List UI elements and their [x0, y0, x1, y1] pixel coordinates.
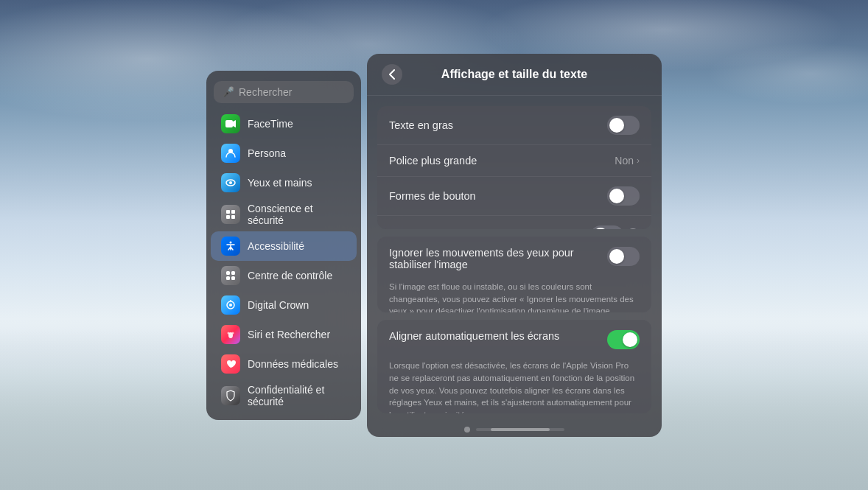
police-label: Police plus grande: [389, 155, 477, 167]
panel-header: Affichage et taille du texte: [367, 54, 662, 96]
police-value-text: Non: [615, 155, 634, 167]
panel-title: Affichage et taille du texte: [402, 68, 626, 81]
svg-point-4: [229, 181, 232, 184]
main-panel: Affichage et taille du texte Texte en gr…: [367, 54, 662, 437]
sidebar-item-label-digital-crown: Digital Crown: [248, 299, 309, 311]
texte-en-gras-toggle[interactable]: [607, 116, 640, 135]
text-display-group: Texte en gras Police plus grande Non › F…: [377, 106, 651, 230]
ui-container: 🎤 Rechercher FaceTime Persona Yeux et ma…: [0, 0, 868, 490]
svg-rect-7: [226, 215, 230, 219]
ignorer-knob: [609, 249, 624, 264]
sidebar-item-label-centre: Centre de contrôle: [248, 270, 332, 281]
search-placeholder: Rechercher: [239, 86, 292, 98]
texte-en-gras-label: Texte en gras: [389, 119, 453, 131]
svg-point-19: [232, 332, 234, 334]
etiquettes-label: Étiquettes Activé/Désactivé: [389, 229, 518, 230]
digital-crown-icon: [221, 295, 240, 315]
sidebar-item-conscience[interactable]: Conscience et sécurité: [211, 197, 357, 231]
accessibilite-icon: [221, 237, 240, 256]
police-chevron: ›: [637, 155, 640, 166]
persona-icon: [221, 144, 240, 163]
etiquettes-toggle-wrap: [591, 225, 640, 230]
aligner-block: Aligner automatiquement les écrans Lorsq…: [377, 320, 651, 413]
scroll-dot: [464, 427, 470, 433]
sidebar-item-digital-crown[interactable]: Digital Crown: [211, 290, 357, 320]
sidebar-item-yeux[interactable]: Yeux et mains: [211, 168, 357, 197]
police-value: Non ›: [615, 155, 640, 167]
svg-marker-1: [233, 120, 236, 127]
sidebar-item-label-yeux: Yeux et mains: [248, 177, 312, 189]
texte-en-gras-row: Texte en gras: [377, 106, 651, 145]
panel-content: Texte en gras Police plus grande Non › F…: [367, 96, 662, 421]
ignorer-row: Ignorer les mouvements des yeux pour sta…: [377, 237, 651, 281]
ignorer-toggle[interactable]: [607, 247, 640, 266]
etiquettes-circle: [626, 228, 640, 230]
sidebar-item-persona[interactable]: Persona: [211, 139, 357, 168]
confidentialite-icon: [221, 386, 240, 405]
sidebar-item-label-siri: Siri et Rechercher: [248, 329, 330, 340]
aligner-toggle[interactable]: [607, 330, 640, 349]
formes-label: Formes de bouton: [389, 190, 476, 202]
sidebar-item-siri[interactable]: Siri et Rechercher: [211, 320, 357, 349]
sidebar: 🎤 Rechercher FaceTime Persona Yeux et ma…: [206, 71, 361, 420]
conscience-icon: [221, 205, 240, 224]
sidebar-item-label-confidentialite: Confidentialité et sécurité: [248, 384, 346, 407]
sidebar-item-label-donnees: Données médicales: [248, 358, 338, 370]
yeux-icon: [221, 173, 240, 192]
sidebar-item-label-persona: Persona: [248, 147, 286, 159]
ignorer-label: Ignorer les mouvements des yeux pour sta…: [389, 247, 598, 270]
back-button[interactable]: [382, 64, 402, 85]
ignorer-desc: Si l'image est floue ou instable, ou si …: [377, 281, 651, 312]
sidebar-item-label-facetime: FaceTime: [248, 118, 293, 130]
sidebar-item-facetime[interactable]: FaceTime: [211, 109, 357, 139]
etiquettes-knob: [593, 228, 608, 230]
police-row[interactable]: Police plus grande Non ›: [377, 145, 651, 177]
scroll-thumb: [491, 428, 550, 431]
sidebar-item-confidentialite[interactable]: Confidentialité et sécurité: [211, 379, 357, 413]
svg-rect-8: [231, 215, 235, 219]
sidebar-item-label-conscience: Conscience et sécurité: [248, 203, 346, 226]
centre-icon: [221, 266, 240, 285]
search-icon: 🎤: [223, 86, 234, 97]
svg-rect-12: [226, 276, 230, 280]
svg-rect-11: [231, 271, 235, 275]
formes-toggle[interactable]: [607, 186, 640, 206]
siri-icon: [221, 325, 240, 344]
etiquettes-row: Étiquettes Activé/Désactivé: [377, 216, 651, 230]
sidebar-item-accessibilite[interactable]: Accessibilité: [211, 231, 357, 261]
svg-rect-0: [225, 120, 233, 127]
sidebar-item-label-accessibilite: Accessibilité: [248, 240, 304, 252]
svg-point-15: [229, 304, 232, 307]
svg-point-18: [228, 332, 230, 334]
etiquettes-toggle[interactable]: [591, 225, 623, 230]
svg-point-9: [230, 241, 232, 243]
aligner-label: Aligner automatiquement les écrans: [389, 330, 598, 342]
search-bar[interactable]: 🎤 Rechercher: [214, 81, 354, 103]
facetime-icon: [221, 114, 240, 133]
svg-rect-5: [226, 210, 230, 214]
formes-row: Formes de bouton: [377, 177, 651, 216]
svg-rect-13: [231, 276, 235, 280]
sidebar-item-donnees[interactable]: Données médicales: [211, 349, 357, 379]
aligner-knob: [623, 332, 637, 347]
aligner-row: Aligner automatiquement les écrans: [377, 320, 651, 360]
svg-rect-6: [231, 210, 235, 214]
scroll-track: [476, 428, 564, 431]
sidebar-item-centre[interactable]: Centre de contrôle: [211, 261, 357, 290]
formes-knob: [609, 189, 624, 203]
aligner-desc: Lorsque l'option est désactivée, les écr…: [377, 360, 651, 413]
donnees-icon: [221, 354, 240, 374]
ignorer-block: Ignorer les mouvements des yeux pour sta…: [377, 237, 651, 312]
texte-en-gras-knob: [609, 118, 624, 133]
scroll-indicator: [367, 421, 662, 437]
svg-rect-10: [226, 271, 230, 275]
